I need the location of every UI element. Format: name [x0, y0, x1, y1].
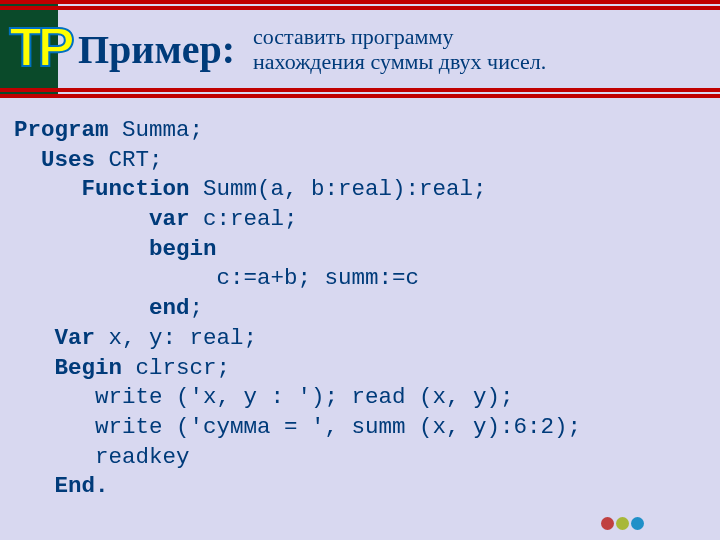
- code-text: clrscr;: [122, 355, 230, 381]
- bullet-icon: [631, 517, 644, 530]
- bullet-icon: [616, 517, 629, 530]
- kw-program: Program: [14, 117, 109, 143]
- kw-var2: Var: [55, 325, 96, 351]
- code-text: ;: [190, 295, 204, 321]
- kw-uses: Uses: [41, 147, 95, 173]
- footer-bullets: [601, 517, 644, 530]
- subtitle-line-2: нахождения суммы двух чисел.: [253, 49, 546, 74]
- subtitle-line-1: составить программу: [253, 24, 546, 49]
- code-text: c:real;: [190, 206, 298, 232]
- code-text: write ('сумма = ', summ (x, y):6:2);: [95, 414, 581, 440]
- logo-letter-p: P: [37, 14, 68, 79]
- code-text: readkey: [95, 444, 190, 470]
- kw-end: end: [149, 295, 190, 321]
- code-block: Program Summa; Uses CRT; Function Summ(a…: [0, 98, 720, 502]
- tp-logo: TP: [8, 12, 70, 80]
- code-text: c:=a+b; summ:=c: [217, 265, 420, 291]
- code-text: Summa;: [109, 117, 204, 143]
- kw-var: var: [149, 206, 190, 232]
- bullet-icon: [601, 517, 614, 530]
- slide-title: Пример:: [78, 26, 235, 73]
- code-text: Summ(a, b:real):real;: [190, 176, 487, 202]
- kw-end2: End.: [55, 473, 109, 499]
- slide-subtitle: составить программу нахождения суммы дву…: [253, 24, 546, 75]
- kw-begin: begin: [149, 236, 217, 262]
- code-text: CRT;: [95, 147, 163, 173]
- kw-function: Function: [82, 176, 190, 202]
- logo-letter-t: T: [9, 14, 37, 79]
- code-text: x, y: real;: [95, 325, 257, 351]
- kw-begin2: Begin: [55, 355, 123, 381]
- slide-header: TP Пример: составить программу нахождени…: [0, 0, 720, 98]
- code-text: write ('x, y : '); read (x, y);: [95, 384, 514, 410]
